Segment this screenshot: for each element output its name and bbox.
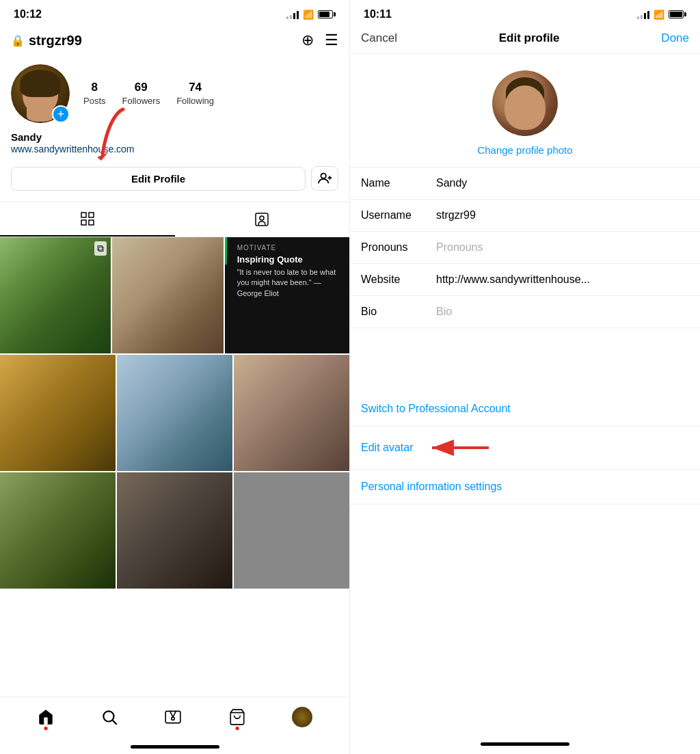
grid-row-3 — [0, 471, 349, 589]
grid-row-1: ⧉ MOTIVATE Inspiring Quote "It is never … — [0, 237, 349, 353]
bio-label: Bio — [361, 306, 436, 318]
right-panel: 10:11 📶 Cancel Edit profile Done — [350, 0, 700, 754]
personal-info-link[interactable]: Personal information settings — [361, 481, 502, 492]
username-value[interactable]: strgzr99 — [436, 209, 689, 221]
photo-grid: ⧉ MOTIVATE Inspiring Quote "It is never … — [0, 237, 349, 697]
battery-icon-right — [669, 10, 686, 18]
home-dot — [44, 727, 47, 730]
name-value[interactable]: Sandy — [436, 177, 689, 189]
avatar-wrap: + — [11, 64, 70, 123]
signal-icon-right — [637, 10, 649, 19]
pronouns-placeholder[interactable]: Pronouns — [436, 241, 689, 254]
avatar-face-right — [504, 85, 546, 130]
switch-professional-link[interactable]: Switch to Professional Account — [361, 403, 511, 414]
done-button[interactable]: Done — [661, 31, 689, 45]
edit-avatar-row[interactable]: Edit avatar — [350, 427, 700, 470]
top-bar-icons: ⊕ ☰ — [301, 31, 338, 49]
svg-rect-8 — [256, 213, 268, 226]
svg-point-0 — [321, 174, 326, 178]
add-post-icon[interactable]: ⊕ — [301, 31, 314, 49]
grid-cell-7[interactable] — [0, 472, 116, 589]
lock-icon: 🔒 — [11, 34, 25, 47]
edit-profile-button[interactable]: Edit Profile — [11, 167, 306, 191]
menu-icon[interactable]: ☰ — [325, 31, 338, 49]
edit-avatar-link[interactable]: Edit avatar — [361, 442, 413, 454]
edit-profile-title: Edit profile — [499, 31, 560, 45]
profile-section: + 8 Posts 69 Followers 74 Following — [0, 56, 349, 129]
bio-placeholder[interactable]: Bio — [436, 306, 689, 318]
posts-stat: 8 Posts — [83, 81, 106, 107]
cancel-button[interactable]: Cancel — [361, 31, 397, 45]
username-text: strgzr99 — [29, 33, 82, 49]
reels-icon — [164, 708, 182, 726]
home-indicator-right — [481, 742, 569, 746]
grid-cell-2[interactable] — [111, 237, 223, 353]
field-name: Name Sandy — [350, 167, 700, 200]
shop-dot — [235, 727, 239, 730]
followers-stat[interactable]: 69 Followers — [122, 81, 161, 107]
top-bar-left: 🔒 strgzr99 ⊕ ☰ — [0, 26, 349, 56]
grid-row-2 — [0, 353, 349, 471]
status-icons-right: 📶 — [637, 10, 686, 20]
nav-reels[interactable] — [164, 708, 182, 726]
motivate-bar — [225, 237, 227, 265]
battery-icon — [318, 10, 336, 18]
edit-profile-header: Cancel Edit profile Done — [350, 26, 700, 54]
posts-count: 8 — [83, 81, 106, 94]
bottom-nav — [0, 697, 349, 741]
profile-name-section: Sandy www.sandywrittenhouse.com — [0, 129, 349, 161]
followers-count: 69 — [122, 81, 161, 94]
following-stat[interactable]: 74 Following — [176, 81, 214, 107]
personal-info-row[interactable]: Personal information settings — [350, 470, 700, 504]
posts-label: Posts — [83, 96, 106, 106]
svg-rect-4 — [81, 213, 86, 217]
spacer — [350, 510, 700, 729]
tab-grid[interactable] — [0, 202, 175, 237]
avatar-plus-button[interactable]: + — [52, 105, 70, 123]
svg-rect-6 — [81, 220, 86, 225]
field-bio: Bio Bio — [350, 296, 700, 328]
multi-icon: ⧉ — [94, 241, 107, 256]
grid-cell-1[interactable]: ⧉ — [0, 237, 111, 353]
stats-row: 8 Posts 69 Followers 74 Following — [83, 81, 338, 107]
username-bar: 🔒 strgzr99 — [11, 33, 82, 49]
svg-rect-5 — [89, 213, 94, 217]
grid-cell-4[interactable] — [0, 355, 116, 471]
add-person-icon — [317, 171, 332, 186]
nav-home[interactable] — [37, 708, 55, 726]
followers-label: Followers — [122, 96, 161, 106]
nav-shop[interactable] — [228, 708, 246, 726]
change-profile-photo-button[interactable]: Change profile photo — [477, 144, 572, 156]
tab-tagged[interactable] — [175, 202, 350, 237]
switch-professional-row[interactable]: Switch to Professional Account — [350, 392, 700, 427]
time-right: 10:11 — [364, 8, 392, 21]
nav-profile[interactable] — [292, 707, 312, 727]
following-count: 74 — [176, 81, 214, 94]
pronouns-label: Pronouns — [361, 241, 436, 254]
motivate-content: MOTIVATE Inspiring Quote "It is never to… — [232, 244, 342, 299]
status-bar-right: 10:11 📶 — [350, 0, 700, 26]
website-value[interactable]: http://www.sandywrittenhouse... — [436, 273, 689, 286]
search-icon — [100, 708, 118, 726]
profile-avatar-nav — [292, 707, 312, 727]
username-label: Username — [361, 209, 436, 221]
right-avatar — [492, 70, 558, 136]
svg-point-13 — [172, 717, 174, 720]
svg-line-11 — [113, 721, 117, 725]
wifi-icon-right: 📶 — [654, 10, 664, 20]
status-bar-left: 10:12 📶 — [0, 0, 349, 26]
motivate-tag: MOTIVATE — [237, 244, 342, 252]
nav-search[interactable] — [100, 708, 118, 726]
right-avatar-image — [492, 70, 558, 136]
grid-cell-3[interactable]: MOTIVATE Inspiring Quote "It is never to… — [224, 237, 349, 353]
shop-icon — [228, 708, 246, 726]
add-friend-button[interactable] — [311, 166, 338, 191]
edit-profile-row: Edit Profile — [0, 161, 349, 196]
profile-link[interactable]: www.sandywrittenhouse.com — [11, 144, 135, 154]
tab-row — [0, 202, 349, 237]
bottom-spacer-right — [350, 729, 700, 754]
grid-cell-6[interactable] — [232, 355, 349, 471]
grid-cell-9 — [232, 472, 349, 589]
grid-cell-5[interactable] — [116, 355, 232, 471]
grid-cell-8[interactable] — [116, 472, 232, 589]
